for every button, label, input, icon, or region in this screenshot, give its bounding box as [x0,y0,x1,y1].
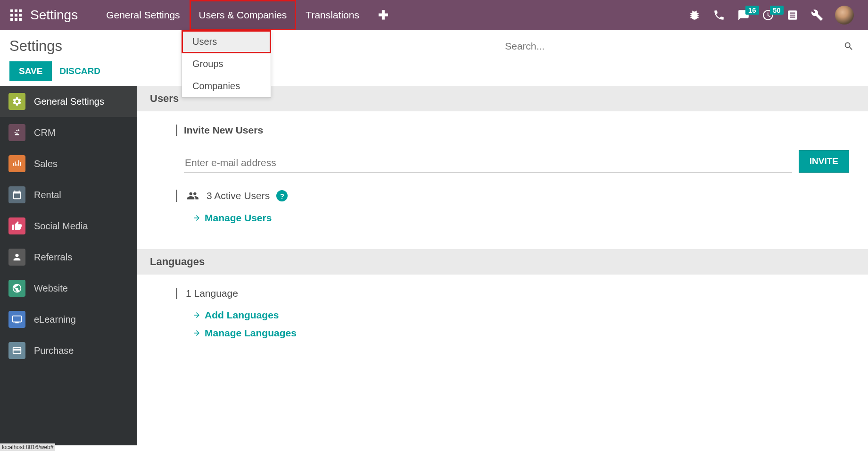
wrench-icon[interactable] [810,8,824,22]
card-icon [8,342,25,359]
invite-users-title: Invite New Users [176,125,849,136]
chat-badge: 16 [745,6,759,15]
manage-users-link[interactable]: Manage Users [192,212,849,224]
calendar-icon [8,186,25,203]
search-input[interactable] [505,41,843,52]
sidebar-item-label: General Settings [34,96,104,107]
dropdown-item-users[interactable]: Users [182,31,271,53]
manage-languages-link[interactable]: Manage Languages [192,327,849,339]
nav-general-settings[interactable]: General Settings [97,0,189,30]
email-field[interactable] [184,153,792,173]
nav-translations[interactable]: Translations [296,0,369,30]
users-icon [186,190,200,202]
add-languages-link[interactable]: Add Languages [192,309,849,321]
help-icon[interactable]: ? [276,190,288,201]
sidebar-item-general[interactable]: General Settings [0,86,137,117]
arrow-right-icon [192,214,201,222]
discard-button[interactable]: DISCARD [59,66,100,76]
clock-icon[interactable]: 50 [761,8,775,22]
nav-users-companies[interactable]: Users & Companies [190,0,297,30]
top-navbar: Settings General Settings Users & Compan… [0,0,868,30]
status-footer: localhost:8016/web# [0,443,55,451]
save-button[interactable]: SAVE [9,61,52,81]
bug-icon[interactable] [688,8,701,22]
monitor-icon [8,311,25,328]
gear-icon [8,93,25,110]
sidebar-item-label: Referrals [34,252,72,263]
sidebar-item-elearning[interactable]: eLearning [0,304,137,335]
activities-badge: 50 [770,6,784,15]
arrow-right-icon [192,329,201,337]
search-icon[interactable] [843,41,854,51]
avatar[interactable] [835,6,854,25]
sidebar-item-referrals[interactable]: Referrals [0,242,137,273]
globe-icon [8,280,25,297]
settings-sidebar: General Settings CRM Sales Rental Social… [0,86,137,445]
sidebar-item-social[interactable]: Social Media [0,210,137,242]
apps-icon[interactable] [5,0,27,30]
sidebar-item-label: eLearning [34,314,76,325]
sidebar-item-label: Sales [34,159,58,169]
sidebar-item-purchase[interactable]: Purchase [0,335,137,366]
sidebar-item-crm[interactable]: CRM [0,117,137,148]
sidebar-item-label: Social Media [34,221,88,232]
active-users-count: 3 Active Users [207,190,270,201]
sidebar-item-sales[interactable]: Sales [0,148,137,179]
handshake-icon [8,124,25,141]
arrow-right-icon [192,311,201,319]
nav-new-icon[interactable]: ✚ [369,0,398,30]
dropdown-item-groups[interactable]: Groups [182,53,271,75]
sidebar-item-website[interactable]: Website [0,273,137,304]
person-icon [8,249,25,266]
sidebar-item-label: CRM [34,127,56,138]
content-area: Users Invite New Users INVITE 3 Active U… [137,86,868,445]
invite-button[interactable]: INVITE [799,150,849,173]
search-bar [505,39,854,54]
users-companies-dropdown: Users Groups Companies [182,30,271,98]
dropdown-item-companies[interactable]: Companies [182,75,271,97]
sidebar-item-label: Rental [34,190,61,200]
sidebar-item-label: Website [34,283,68,294]
language-count: 1 Language [186,288,238,299]
sidebar-item-label: Purchase [34,345,74,356]
section-header-languages: Languages [137,249,868,275]
chart-icon [8,155,25,172]
receipt-icon[interactable] [786,8,799,22]
app-title: Settings [30,8,78,23]
chat-icon[interactable]: 16 [737,8,750,22]
sidebar-item-rental[interactable]: Rental [0,179,137,210]
thumbs-up-icon [8,217,25,234]
phone-icon[interactable] [712,8,726,22]
